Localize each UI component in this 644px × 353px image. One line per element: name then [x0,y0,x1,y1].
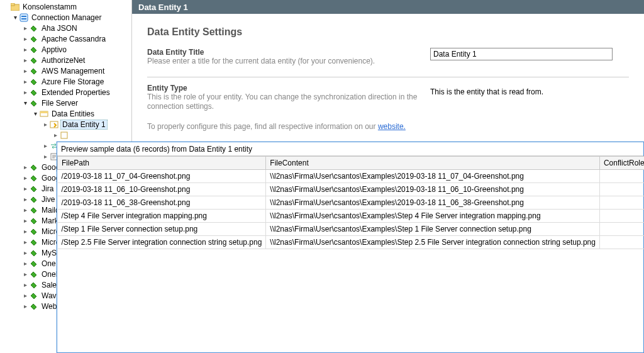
cell [599,183,644,196]
collapse-icon[interactable]: ▾ [31,110,39,118]
tree-item-data-entities[interactable]: ▾ Data Entities [0,108,131,119]
expand-icon[interactable]: ▸ [21,89,29,96]
expand-icon[interactable]: ▸ [21,217,29,225]
table-row[interactable]: /Step 1 File Server connection setup.png… [58,223,645,236]
tree-item-label: Apptivo [40,45,67,54]
tree-item[interactable]: ▸Aha JSON [0,23,131,33]
tree-item-label: Extended Properties [40,88,110,97]
expand-icon[interactable]: ▸ [52,132,59,139]
connector-icon [29,301,39,311]
connector-icon [29,269,39,279]
cell: \\l2nas\Firma\User\csantos\Examples\Step… [266,236,600,249]
cell: /2019-03-18 11_06_38-Greenshot.png [58,196,266,210]
data-entity-title-input[interactable] [430,48,613,60]
expand-icon[interactable]: ▸ [21,46,29,53]
tree-item-label: File Server [40,99,78,108]
folder-icon [10,2,20,12]
expand-icon[interactable]: ▸ [21,185,29,193]
tree-item-label: Aha JSON [40,24,77,33]
expand-icon[interactable]: ▸ [21,249,29,257]
field-title: Data Entity Title Please enter a title f… [147,48,629,67]
collapse-icon[interactable]: ▾ [11,14,19,21]
connector-icon [29,280,39,290]
cell: /Step 1 File Server connection setup.png [58,223,266,236]
column-header[interactable]: FilePath [58,157,266,170]
entities-icon [39,109,49,119]
tree-root[interactable]: Konsolenstamm [0,1,131,12]
expand-icon[interactable]: ▸ [42,121,49,128]
expand-icon[interactable]: ▸ [21,260,29,267]
table-row[interactable]: /Step 2.5 File Server integration connec… [58,236,645,249]
collapse-icon[interactable]: ▾ [21,99,29,107]
cell: /2019-03-18 11_07_04-Greenshot.png [58,170,266,183]
expand-icon[interactable]: ▸ [21,67,29,75]
expand-icon[interactable]: ▸ [21,303,29,310]
field-desc: This is the role of your entity. You can… [147,92,430,112]
expand-icon[interactable]: ▸ [21,164,29,171]
cell: \\l2nas\Firma\User\csantos\Examples\2019… [266,183,600,196]
tree-item-sub-1[interactable]: ▸ [0,130,131,140]
tree-item-file-server[interactable]: ▾ File Server [0,98,131,108]
tree-item-label: Jive [40,195,55,204]
divider [147,77,629,77]
svg-rect-6 [40,111,48,113]
expand-icon[interactable]: ▸ [21,292,29,300]
cell: /2019-03-18 11_06_10-Greenshot.png [58,183,266,196]
tree-item[interactable]: ▸Extended Properties [0,87,131,98]
expand-icon[interactable]: ▸ [21,25,29,32]
expand-icon[interactable]: ▸ [21,196,29,203]
expand-icon[interactable]: ▸ [21,57,29,64]
svg-rect-4 [21,18,26,20]
connector-icon [29,66,39,76]
expand-icon[interactable]: ▸ [21,281,29,289]
manager-icon [19,13,29,23]
entity-icon [49,120,59,130]
expand-icon[interactable]: ▸ [21,35,29,43]
preview-titlebar[interactable]: Preview sample data (6 records) from Dat… [57,142,643,156]
field-desc: Please enter a title for the current dat… [147,57,430,67]
expand-icon[interactable]: ▸ [21,78,29,86]
preview-window: Preview sample data (6 records) from Dat… [57,142,644,353]
cell: /Step 4 File Server integration mapping.… [58,210,266,223]
expand-icon[interactable]: ▸ [42,153,49,160]
table-row[interactable]: /2019-03-18 11_06_10-Greenshot.png\\l2na… [58,183,645,196]
field-label: Data Entity Title [147,48,430,57]
field-label: Entity Type [147,84,430,92]
column-header[interactable]: ConflictRole [599,157,644,170]
svg-rect-2 [20,14,28,21]
table-row[interactable]: /2019-03-18 11_06_38-Greenshot.png\\l2na… [58,196,645,210]
connector-icon [29,216,39,226]
tree-item[interactable]: ▸Apptivo [0,44,131,55]
tree-item-label: AuthorizeNet [40,56,85,65]
cell [599,170,644,183]
expand-icon[interactable]: ▸ [42,142,49,150]
tree-item-label: Jira [40,184,53,193]
tree-item[interactable]: ▸Azure File Storage [0,76,131,87]
expand-icon[interactable]: ▸ [21,271,29,278]
expand-icon[interactable]: ▸ [21,228,29,235]
tree-item-data-entity-1[interactable]: ▸ Data Entity 1 [0,119,131,130]
tree-item[interactable]: ▸AuthorizeNet [0,55,131,65]
tree-connection-manager[interactable]: ▾ Connection Manager [0,12,131,23]
tree-item-label: AWS Management [40,67,104,76]
connector-icon [29,248,39,258]
column-header[interactable]: FileContent [266,157,600,170]
connector-icon [29,173,39,183]
svg-rect-1 [11,3,14,6]
tree-item[interactable]: ▸AWS Management [0,65,131,76]
content-title-bar: Data Entity 1 [132,0,644,14]
connector-icon [29,184,39,194]
preview-title: Preview sample data (6 records) from Dat… [61,145,252,154]
tree-root-label: Konsolenstamm [21,3,77,11]
website-link[interactable]: website. [378,122,406,131]
expand-icon[interactable]: ▸ [21,174,29,182]
expand-icon[interactable]: ▸ [21,206,29,214]
tree-item-label: Mark [40,216,58,225]
cell: \\l2nas\Firma\User\csantos\Examples\2019… [266,170,600,183]
table-row[interactable]: /Step 4 File Server integration mapping.… [58,210,645,223]
cell [599,210,644,223]
grid-header-row: FilePathFileContentConflictRoleModified [58,157,645,170]
tree-item[interactable]: ▸Apache Cassandra [0,33,131,44]
table-row[interactable]: /2019-03-18 11_07_04-Greenshot.png\\l2na… [58,170,645,183]
expand-icon[interactable]: ▸ [21,238,29,246]
